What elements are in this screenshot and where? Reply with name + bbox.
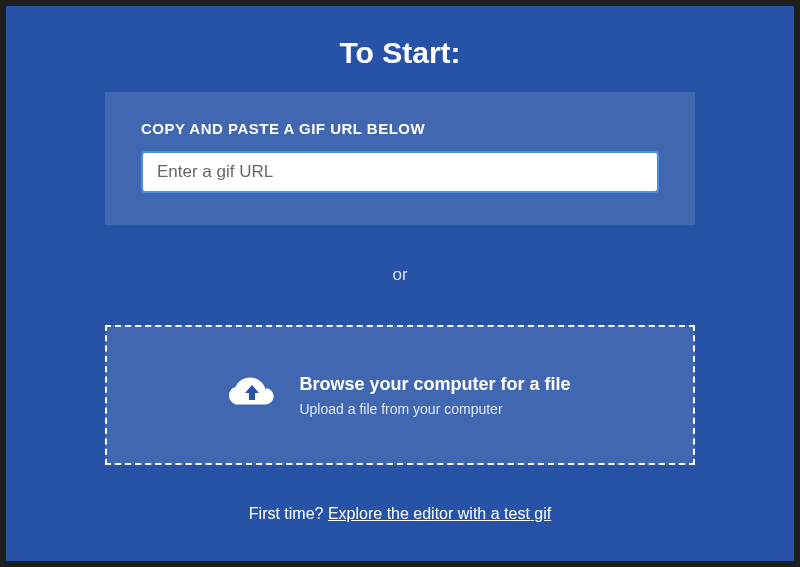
- gif-url-input[interactable]: [141, 151, 659, 193]
- cloud-upload-icon: [229, 376, 275, 414]
- url-input-section: COPY AND PASTE A GIF URL BELOW: [105, 92, 695, 225]
- separator-text: or: [392, 265, 407, 285]
- footer-prefix: First time?: [249, 505, 328, 522]
- explore-test-gif-link[interactable]: Explore the editor with a test gif: [328, 505, 551, 522]
- file-upload-dropzone[interactable]: Browse your computer for a file Upload a…: [105, 325, 695, 465]
- url-input-label: COPY AND PASTE A GIF URL BELOW: [141, 120, 659, 137]
- upload-title: Browse your computer for a file: [299, 374, 570, 395]
- page-title: To Start:: [339, 36, 460, 70]
- upload-subtitle: Upload a file from your computer: [299, 401, 570, 417]
- footer-text: First time? Explore the editor with a te…: [249, 505, 551, 523]
- start-panel: To Start: COPY AND PASTE A GIF URL BELOW…: [6, 6, 794, 561]
- upload-text-wrap: Browse your computer for a file Upload a…: [299, 374, 570, 417]
